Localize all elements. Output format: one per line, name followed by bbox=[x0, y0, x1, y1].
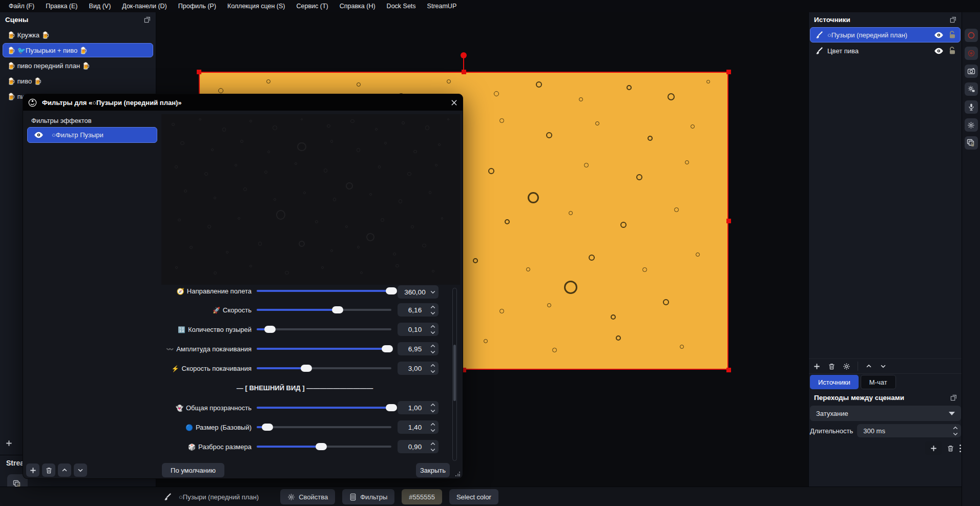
color-hex-button[interactable]: #555555 bbox=[402, 489, 442, 504]
selection-handle[interactable] bbox=[197, 70, 201, 74]
spinbox-arrows[interactable] bbox=[429, 323, 437, 335]
scene-item[interactable]: 🍺 пиво передний план 🍺 bbox=[3, 58, 153, 73]
remove-source-icon[interactable] bbox=[828, 363, 836, 370]
slider-thumb[interactable] bbox=[386, 287, 397, 294]
defaults-button[interactable]: По умолчанию bbox=[162, 463, 224, 477]
scene-item[interactable]: 🍺 🐦Пузырьки + пиво 🍺 bbox=[3, 43, 153, 57]
dialog-title-bar[interactable]: Фильтры для «○Пузыри (передний план)» bbox=[23, 94, 463, 111]
spinbox-arrows[interactable] bbox=[429, 402, 437, 414]
add-source-icon[interactable] bbox=[813, 363, 821, 370]
menu-item[interactable]: Файл (F) bbox=[3, 0, 40, 12]
gear-button[interactable] bbox=[965, 118, 978, 132]
duration-spinbox[interactable]: 300 ms bbox=[857, 424, 961, 437]
menu-item[interactable]: StreamUP bbox=[422, 0, 463, 12]
scene-item[interactable]: 🍺 пиво 🍺 bbox=[3, 74, 153, 88]
eye-icon[interactable] bbox=[934, 32, 944, 38]
gear-badge-button[interactable] bbox=[965, 82, 978, 96]
menu-item[interactable]: Вид (V) bbox=[84, 0, 117, 12]
spinbox-arrows[interactable] bbox=[429, 286, 437, 298]
dock-float-icon[interactable] bbox=[950, 16, 956, 23]
add-transition-button[interactable] bbox=[925, 441, 942, 455]
remove-transition-icon[interactable] bbox=[947, 445, 954, 452]
property-spinbox[interactable]: 3,00 bbox=[398, 362, 439, 375]
duration-spin-arrows[interactable] bbox=[951, 425, 960, 437]
add-filter-button[interactable] bbox=[26, 463, 39, 477]
source-properties-gear-icon[interactable] bbox=[843, 363, 850, 370]
record-dot-button[interactable] bbox=[965, 47, 978, 60]
dock-float-icon[interactable] bbox=[144, 16, 151, 23]
camera-button[interactable] bbox=[965, 65, 978, 78]
eye-icon[interactable] bbox=[934, 48, 944, 54]
slider-thumb[interactable] bbox=[332, 306, 343, 313]
menu-item[interactable]: Коллекция сцен (S) bbox=[222, 0, 291, 12]
property-spinbox[interactable]: 1,00 bbox=[398, 401, 439, 414]
menu-item[interactable]: Dock Sets bbox=[381, 0, 422, 12]
move-source-down-icon[interactable] bbox=[880, 363, 887, 370]
dock-tab-chat[interactable]: М-чат bbox=[861, 375, 896, 389]
plus-icon bbox=[930, 445, 937, 452]
property-slider[interactable] bbox=[257, 348, 391, 350]
selection-handle[interactable] bbox=[726, 368, 731, 372]
selection-handle[interactable] bbox=[726, 219, 731, 223]
unlock-icon[interactable] bbox=[949, 47, 956, 55]
selection-handle[interactable] bbox=[462, 70, 466, 74]
spinbox-arrows[interactable] bbox=[429, 362, 437, 374]
move-source-up-icon[interactable] bbox=[865, 363, 872, 370]
remove-filter-button[interactable] bbox=[42, 463, 55, 477]
property-slider[interactable] bbox=[257, 407, 391, 409]
mic-button[interactable] bbox=[965, 100, 978, 114]
spinbox-arrows[interactable] bbox=[429, 440, 437, 453]
menu-item[interactable]: Правка (E) bbox=[40, 0, 83, 12]
filters-button[interactable]: Фильтры bbox=[342, 489, 394, 504]
selection-handle[interactable] bbox=[726, 70, 731, 74]
scrollbar-thumb[interactable] bbox=[453, 345, 456, 401]
spinbox-arrows[interactable] bbox=[429, 304, 437, 316]
dock-tab-sources[interactable]: Источники bbox=[810, 375, 859, 389]
slider-thumb[interactable] bbox=[382, 345, 393, 352]
menu-item[interactable]: Справка (H) bbox=[334, 0, 381, 12]
slider-thumb[interactable] bbox=[316, 443, 327, 450]
property-slider[interactable] bbox=[257, 367, 391, 369]
dialog-close-button[interactable]: Закрыть bbox=[416, 463, 450, 477]
property-spinbox[interactable]: 0,10 bbox=[398, 323, 439, 336]
property-slider[interactable] bbox=[257, 328, 391, 330]
unlock-icon[interactable] bbox=[949, 31, 956, 39]
add-scene-icon[interactable] bbox=[5, 439, 13, 447]
properties-button[interactable]: Свойства bbox=[280, 489, 335, 504]
source-item[interactable]: Цвет пива bbox=[810, 43, 961, 58]
menu-item[interactable]: Сервис (T) bbox=[290, 0, 333, 12]
spinbox-arrows[interactable] bbox=[429, 343, 437, 355]
property-spinbox[interactable]: 0,90 bbox=[398, 440, 439, 453]
slider-thumb[interactable] bbox=[301, 365, 312, 372]
property-spinbox[interactable]: 1,40 bbox=[398, 420, 439, 434]
property-slider[interactable] bbox=[257, 426, 391, 428]
property-slider[interactable] bbox=[257, 446, 391, 448]
property-spinbox[interactable]: 360,00 bbox=[398, 285, 439, 299]
close-icon[interactable] bbox=[451, 99, 457, 106]
menu-item[interactable]: Док-панели (D) bbox=[116, 0, 172, 12]
spinbox-arrows[interactable] bbox=[429, 421, 437, 433]
transition-more-icon[interactable] bbox=[960, 445, 961, 452]
property-spinbox[interactable]: 6,95 bbox=[398, 342, 439, 355]
slider-thumb[interactable] bbox=[386, 404, 397, 411]
menu-item[interactable]: Профиль (P) bbox=[173, 0, 222, 12]
dialog-scrollbar[interactable] bbox=[452, 288, 457, 461]
eye-icon[interactable] bbox=[34, 132, 44, 138]
move-filter-down-button[interactable] bbox=[74, 463, 87, 477]
slider-thumb[interactable] bbox=[264, 326, 276, 333]
slider-thumb[interactable] bbox=[262, 424, 273, 431]
dock-float-icon[interactable] bbox=[950, 394, 957, 401]
transition-select[interactable]: Затухание bbox=[810, 406, 961, 421]
resize-grip[interactable] bbox=[455, 472, 460, 476]
property-spinbox[interactable]: 6,16 bbox=[398, 303, 439, 317]
rotation-handle[interactable] bbox=[461, 52, 467, 58]
scene-item[interactable]: 🍺 Кружка 🍺 bbox=[3, 28, 153, 42]
filter-list-item[interactable]: ○Фильтр Пузыри bbox=[27, 127, 157, 143]
record-circle-button[interactable] bbox=[965, 29, 978, 42]
windows-lock-button[interactable] bbox=[965, 136, 978, 150]
select-color-button[interactable]: Select color bbox=[449, 489, 498, 504]
source-item[interactable]: ○Пузыри (передний план) bbox=[810, 27, 961, 43]
property-slider[interactable] bbox=[257, 309, 391, 311]
move-filter-up-button[interactable] bbox=[58, 463, 71, 477]
property-slider[interactable] bbox=[257, 290, 391, 292]
